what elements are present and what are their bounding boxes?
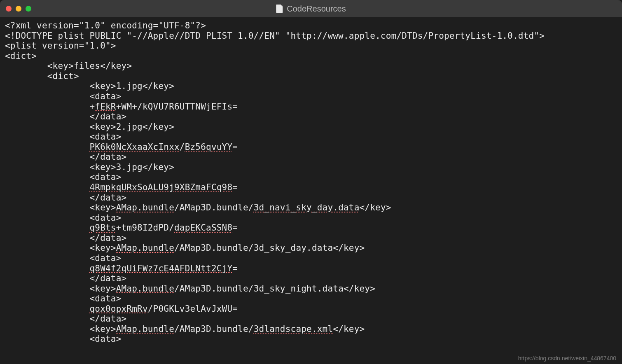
code-line: <key>AMap.bundle/AMap3D.bundle/3d_navi_s… [5,203,391,212]
code-line: <plist version="1.0"> [5,41,116,51]
code-line: <key>AMap.bundle/AMap3D.bundle/3d_sky_da… [5,243,365,253]
close-button[interactable] [6,6,12,12]
code-line: <dict> [5,71,79,81]
code-line: <key>AMap.bundle/AMap3D.bundle/3dlandsca… [5,324,365,334]
code-line: <key>AMap.bundle/AMap3D.bundle/3d_sky_ni… [5,284,375,294]
minimize-button[interactable] [16,6,21,12]
file-icon [276,5,283,13]
code-line: PK6k0NcXxaaXcInxx/Bz56qvuYY= [5,142,238,152]
code-line: +fEkR+WM+/kQVU7R6UTTNWjEFIs= [5,102,238,112]
code-line: qox0opxRmRv/P0GKLv3elAvJxWU= [5,304,238,314]
code-line: <?xml version="1.0" encoding="UTF-8"?> [5,21,206,30]
code-line: <key>1.jpg</key> [5,81,174,91]
window-title-group: CodeResources [276,4,346,14]
code-line: <data> [5,132,122,142]
watermark-text: https://blog.csdn.net/weixin_44867400 [518,355,616,362]
code-line: </data> [5,233,126,243]
code-line: q8W4f2qUiFWz7cE4AFDLNtt2CjY= [5,264,238,273]
code-line: <dict> [5,51,37,61]
code-line: </data> [5,314,126,324]
window-titlebar[interactable]: CodeResources [0,0,622,17]
code-line: <data> [5,213,122,223]
code-line: <data> [5,294,122,303]
code-line: </data> [5,112,126,121]
editor-window: CodeResources <?xml version="1.0" encodi… [0,0,622,364]
window-controls [6,6,31,12]
code-line: </data> [5,193,126,203]
code-line: <key>3.jpg</key> [5,162,174,172]
code-line: <data> [5,253,122,263]
code-line: </data> [5,152,126,162]
code-line: <data> [5,172,122,182]
code-line: <!DOCTYPE plist PUBLIC "-//Apple//DTD PL… [5,31,545,41]
code-line: <key>2.jpg</key> [5,122,174,132]
maximize-button[interactable] [26,6,31,12]
editor-content[interactable]: <?xml version="1.0" encoding="UTF-8"?> <… [0,17,622,364]
code-line: q9Bts+tm98I2dPD/dapEKCaSSN8= [5,223,238,233]
code-line: <data> [5,334,122,344]
code-line: <data> [5,91,122,101]
window-title: CodeResources [287,4,346,14]
code-line: <key>files</key> [5,61,132,71]
code-line: </data> [5,273,126,283]
code-line: 4RmpkqURxSoALU9j9XBZmaFCq98= [5,182,238,192]
